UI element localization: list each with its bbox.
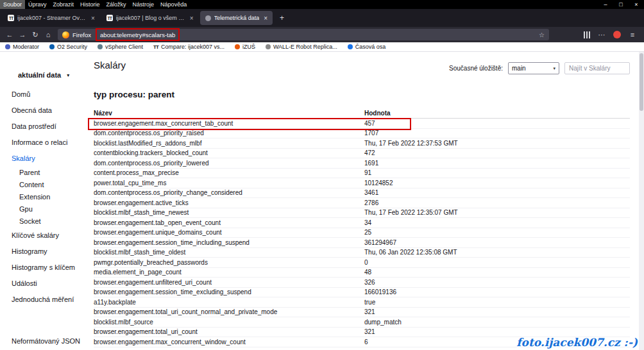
bookmark-label: WALL-E Robot Replica... (273, 44, 337, 50)
table-row[interactable]: content.process_max_precise91 (94, 169, 630, 179)
scalar-name: media.element_in_page_count (94, 269, 364, 276)
search-input[interactable] (564, 62, 630, 74)
sidebar-item-extension[interactable]: Extension (0, 191, 89, 203)
close-button[interactable]: × (629, 0, 644, 9)
address-bar[interactable]: Firefox about:telemetry#scalars-tab ☆ (58, 29, 549, 40)
library-icon[interactable] (584, 31, 590, 38)
menu-item-zalozky[interactable]: Záložky (103, 0, 130, 9)
store-selected-value: main (512, 65, 526, 72)
bookmark-moderator[interactable]: Moderator (5, 44, 39, 50)
scalar-value: 3461 (364, 189, 630, 196)
table-row[interactable]: browser.engagement.total_uri_count_norma… (94, 308, 630, 318)
scrollbar[interactable] (639, 52, 644, 350)
maximize-button[interactable]: □ (613, 0, 629, 9)
toolbar-right-icons: ⋯ ≡ (584, 29, 640, 40)
sidebar-item-data-prostredi[interactable]: Data prostředí (0, 119, 89, 135)
tab-close-icon[interactable]: × (190, 15, 194, 22)
sidebar-item-gpu[interactable]: Gpu (0, 203, 89, 215)
table-row[interactable]: blocklist.mlbf_stash_time_newestThu, 17 … (94, 208, 630, 219)
sidebar-item-parent[interactable]: Parent (0, 167, 89, 179)
sidebar-item-domu[interactable]: Domů (0, 87, 89, 103)
menu-item-zobrazit[interactable]: Zobrazit (50, 0, 78, 9)
forward-button[interactable]: → (17, 29, 28, 40)
sidebar-item-histogramy-s-klicem[interactable]: Histogramy s klíčem (0, 260, 89, 276)
sidebar-item-neformatovany-json[interactable]: Neformátovaný JSON (0, 333, 89, 349)
table-row[interactable]: browser.engagement.session_time_includin… (94, 238, 630, 248)
home-button[interactable]: ⌂ (42, 29, 54, 40)
sidebar-item-histogramy[interactable]: Histogramy (0, 244, 89, 260)
scalar-name: pwmgr.potentially_breached_passwords (94, 259, 364, 266)
sidebar-item-skalary[interactable]: Skaláry (0, 151, 89, 167)
sidebar-item-informace-o-relaci[interactable]: Informace o relaci (0, 135, 89, 151)
firefox-window: SouborÚpravyZobrazitHistorieZáložkyNástr… (0, 0, 644, 350)
menu-item-napoveda[interactable]: Nápověda (157, 0, 190, 9)
table-row[interactable]: dom.contentprocess.os_priority_change_co… (94, 188, 630, 199)
account-avatar[interactable] (613, 31, 621, 38)
bookmark-o2-security[interactable]: O2 Security (49, 44, 87, 50)
data-source-label: aktuální data (18, 71, 61, 79)
table-row[interactable]: browser.engagement.active_ticks2786 (94, 198, 630, 208)
table-row[interactable]: browser.engagement.unique_domains_count2… (94, 228, 630, 238)
bookmark-label: Moderator (13, 44, 39, 50)
table-row[interactable]: power.total_cpu_time_ms10124852 (94, 178, 630, 188)
menu-item-historie[interactable]: Historie (77, 0, 103, 9)
window-controls: – □ × (598, 0, 644, 9)
bookmark-casova-osa[interactable]: Časová osa (348, 44, 386, 50)
tab-telemetricka-data[interactable]: Telemetrická data× (200, 11, 273, 25)
bookmark-favicon: TT (153, 44, 158, 50)
chevron-down-icon: ▾ (553, 66, 555, 71)
scalar-name: power.total_cpu_time_ms (94, 179, 364, 187)
table-row[interactable]: browser.engagement.unfiltered_uri_count3… (94, 278, 630, 288)
new-tab-button[interactable]: + (274, 13, 290, 22)
table-row[interactable]: dom.contentprocess.os_priority_raised170… (94, 129, 630, 139)
table-row[interactable]: pwmgr.potentially_breached_passwords0 (94, 258, 630, 268)
bookmark-izus[interactable]: iZUŠ (235, 44, 255, 50)
scalar-name: browser.engagement.unique_domains_count (94, 229, 364, 236)
tab-favicon (205, 15, 211, 21)
table-row[interactable]: blocklist.mlbf_stash_time_oldestThu, 06 … (94, 248, 630, 258)
scalar-value: 25 (364, 229, 630, 236)
sidebar-item-klicove-skalary[interactable]: Klíčové skaláry (0, 228, 89, 244)
tab-ijacek007-streamer-overview[interactable]: TTijacek007 - Streamer Overview ...× (3, 11, 100, 25)
column-header-name: Název (94, 110, 364, 117)
table-row[interactable]: blocklist.lastModified_rs_addons_mlbfThu… (94, 138, 630, 149)
menu-item-soubor[interactable]: Soubor (0, 0, 25, 9)
header-controls: Současné úložiště: main ▾ (449, 62, 630, 74)
table-row[interactable]: browser.engagement.tab_open_event_count3… (94, 218, 630, 228)
menu-item-nastroje[interactable]: Nástroje (130, 0, 158, 9)
table-row[interactable]: a11y.backplatetrue (94, 297, 630, 308)
tab-close-icon[interactable]: × (91, 15, 95, 22)
reload-button[interactable]: ↻ (30, 29, 41, 40)
table-row[interactable]: contentblocking.trackers_blocked_count47… (94, 149, 630, 159)
sidebar-item-jednoducha-mereni[interactable]: Jednoduchá měření (0, 292, 89, 308)
overflow-icon[interactable]: ⋯ (596, 29, 607, 40)
minimize-button[interactable]: – (598, 0, 613, 9)
sidebar-item-content[interactable]: Content (0, 179, 89, 191)
store-select[interactable]: main ▾ (508, 62, 559, 74)
scrollbar-thumb[interactable] (640, 53, 643, 111)
bookmark-compare-ijacek007-vs[interactable]: TTCompare: ijacek007 vs... (153, 44, 225, 50)
table-row[interactable]: browser.engagement.session_time_excludin… (94, 288, 630, 298)
sidebar-item-socket[interactable]: Socket (0, 215, 89, 228)
bookmark-wall-e-robot-replica[interactable]: WALL-E Robot Replica... (266, 44, 337, 50)
bookmark-vsphere-client[interactable]: vSphere Client (97, 44, 143, 50)
table-row[interactable]: dom.contentprocess.os_priority_lowered16… (94, 158, 630, 169)
table-row[interactable]: browser.engagement.max_concurrent_tab_co… (94, 119, 630, 129)
scalar-name: a11y.backplate (94, 299, 364, 306)
back-button[interactable]: ← (4, 29, 15, 40)
data-source-dropdown[interactable]: aktuální data ▾ (0, 71, 89, 79)
scalar-value: 321 (364, 328, 630, 335)
scalar-value: 361294967 (364, 239, 630, 246)
menu-hamburger-icon[interactable]: ≡ (627, 29, 638, 40)
url-text[interactable]: about:telemetry#scalars-tab (100, 31, 175, 38)
sidebar-list: DomůObecná dataData prostředíInformace o… (0, 87, 89, 349)
scalar-value: 0 (364, 259, 630, 266)
sidebar-item-obecna-data[interactable]: Obecná data (0, 103, 89, 119)
sidebar-item-udalosti[interactable]: Události (0, 276, 89, 292)
table-row[interactable]: media.element_in_page_count48 (94, 268, 630, 278)
tab-close-icon[interactable]: × (264, 15, 267, 22)
tab-ijacek007-blog-o-vsem-trochu-jinak[interactable]: TTijacek007 | Blog o všem trochu jinak.× (101, 11, 199, 25)
menu-item-upravy[interactable]: Úpravy (25, 0, 50, 9)
table-row[interactable]: blocklist.mlbf_sourcedump_match (94, 317, 630, 328)
bookmark-star-icon[interactable]: ☆ (539, 31, 545, 38)
